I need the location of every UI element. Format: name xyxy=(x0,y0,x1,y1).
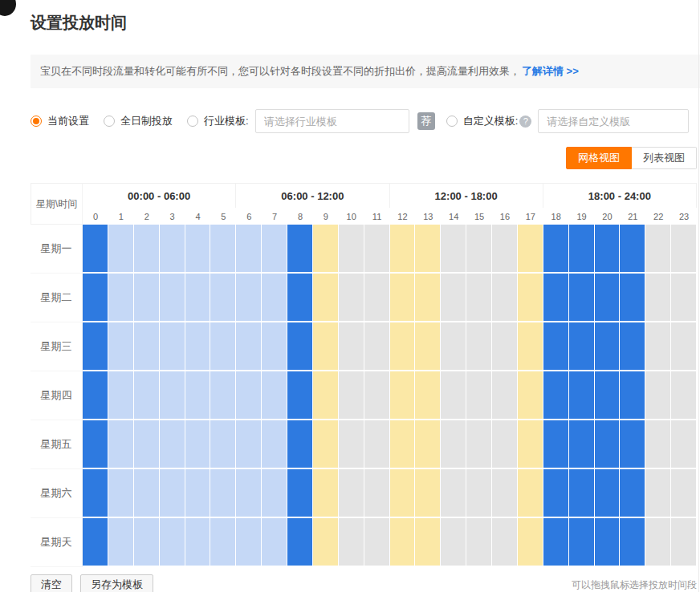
grid-cell[interactable] xyxy=(262,274,287,322)
grid-cell[interactable] xyxy=(620,371,645,420)
grid-cell[interactable] xyxy=(595,518,621,567)
grid-cell[interactable] xyxy=(390,518,416,567)
grid-cell[interactable] xyxy=(415,420,441,469)
grid-cell[interactable] xyxy=(569,225,595,274)
grid-cell[interactable] xyxy=(287,420,313,469)
grid-cell[interactable] xyxy=(83,225,108,274)
grid-cell[interactable] xyxy=(466,274,492,322)
grid-cell[interactable] xyxy=(671,225,697,274)
grid-cell[interactable] xyxy=(595,371,621,420)
hour-header[interactable]: 14 xyxy=(441,208,466,225)
grid-cell[interactable] xyxy=(645,322,671,371)
hour-header[interactable]: 0 xyxy=(83,208,108,225)
radio-industry-template[interactable] xyxy=(187,116,198,127)
grid-cell[interactable] xyxy=(262,518,287,567)
grid-cell[interactable] xyxy=(390,371,416,420)
grid-cell[interactable] xyxy=(569,469,595,518)
grid-cell[interactable] xyxy=(543,518,569,567)
grid-cell[interactable] xyxy=(236,322,262,371)
grid-cell[interactable] xyxy=(620,518,645,567)
grid-cell[interactable] xyxy=(313,274,339,322)
grid-cell[interactable] xyxy=(364,469,390,518)
hour-header[interactable]: 12 xyxy=(390,208,416,225)
industry-template-input[interactable] xyxy=(255,109,409,133)
day-label[interactable]: 星期天 xyxy=(31,518,83,567)
grid-cell[interactable] xyxy=(262,322,287,371)
grid-cell[interactable] xyxy=(441,420,466,469)
hour-header[interactable]: 13 xyxy=(415,208,441,225)
grid-cell[interactable] xyxy=(185,420,211,469)
day-label[interactable]: 星期四 xyxy=(31,371,83,420)
grid-cell[interactable] xyxy=(287,225,313,274)
radio-industry-template-label[interactable]: 行业模板: xyxy=(204,114,249,128)
grid-cell[interactable] xyxy=(108,274,134,322)
grid-cell[interactable] xyxy=(185,274,211,322)
grid-cell[interactable] xyxy=(134,469,160,518)
clear-button[interactable]: 清空 xyxy=(31,574,72,592)
grid-cell[interactable] xyxy=(415,322,441,371)
grid-cell[interactable] xyxy=(236,518,262,567)
grid-cell[interactable] xyxy=(185,518,211,567)
learn-more-link[interactable]: 了解详情 >> xyxy=(522,64,579,79)
grid-cell[interactable] xyxy=(390,322,416,371)
grid-cell[interactable] xyxy=(543,420,569,469)
hour-header[interactable]: 9 xyxy=(313,208,339,225)
grid-cell[interactable] xyxy=(390,420,416,469)
custom-template-input[interactable] xyxy=(538,109,689,133)
grid-cell[interactable] xyxy=(620,469,645,518)
grid-cell[interactable] xyxy=(645,274,671,322)
day-label[interactable]: 星期五 xyxy=(31,420,83,469)
grid-cell[interactable] xyxy=(645,420,671,469)
grid-cell[interactable] xyxy=(518,420,543,469)
grid-cell[interactable] xyxy=(313,225,339,274)
grid-cell[interactable] xyxy=(160,322,185,371)
grid-cell[interactable] xyxy=(543,469,569,518)
grid-cell[interactable] xyxy=(134,225,160,274)
grid-cell[interactable] xyxy=(492,420,518,469)
grid-cell[interactable] xyxy=(210,322,236,371)
grid-cell[interactable] xyxy=(313,420,339,469)
grid-cell[interactable] xyxy=(569,420,595,469)
grid-cell[interactable] xyxy=(441,518,466,567)
grid-cell[interactable] xyxy=(415,371,441,420)
day-label[interactable]: 星期一 xyxy=(31,225,83,274)
hour-header[interactable]: 16 xyxy=(492,208,518,225)
radio-current-settings[interactable] xyxy=(31,116,42,127)
radio-custom-template-label[interactable]: 自定义模板: xyxy=(463,114,519,128)
grid-cell[interactable] xyxy=(569,274,595,322)
grid-cell[interactable] xyxy=(364,371,390,420)
grid-cell[interactable] xyxy=(236,371,262,420)
grid-cell[interactable] xyxy=(671,371,697,420)
grid-cell[interactable] xyxy=(466,322,492,371)
grid-cell[interactable] xyxy=(210,420,236,469)
hour-header[interactable]: 15 xyxy=(466,208,492,225)
hour-header[interactable]: 1 xyxy=(108,208,134,225)
grid-cell[interactable] xyxy=(160,225,185,274)
day-label[interactable]: 星期六 xyxy=(31,469,83,518)
grid-cell[interactable] xyxy=(518,518,543,567)
hour-header[interactable]: 11 xyxy=(364,208,390,225)
hour-header[interactable]: 21 xyxy=(620,208,645,225)
grid-cell[interactable] xyxy=(492,518,518,567)
grid-cell[interactable] xyxy=(390,274,416,322)
grid-cell[interactable] xyxy=(313,322,339,371)
save-as-template-button[interactable]: 另存为模板 xyxy=(80,574,153,592)
grid-cell[interactable] xyxy=(595,420,621,469)
grid-cell[interactable] xyxy=(415,274,441,322)
radio-fullday[interactable] xyxy=(104,116,115,127)
grid-cell[interactable] xyxy=(543,274,569,322)
grid-cell[interactable] xyxy=(210,225,236,274)
grid-cell[interactable] xyxy=(645,371,671,420)
grid-cell[interactable] xyxy=(185,225,211,274)
grid-cell[interactable] xyxy=(108,225,134,274)
grid-cell[interactable] xyxy=(287,518,313,567)
hour-header[interactable]: 23 xyxy=(671,208,697,225)
grid-cell[interactable] xyxy=(210,518,236,567)
grid-cell[interactable] xyxy=(671,420,697,469)
grid-cell[interactable] xyxy=(287,469,313,518)
hour-header[interactable]: 5 xyxy=(210,208,236,225)
grid-cell[interactable] xyxy=(364,322,390,371)
grid-cell[interactable] xyxy=(339,420,364,469)
grid-cell[interactable] xyxy=(160,371,185,420)
grid-cell[interactable] xyxy=(364,274,390,322)
